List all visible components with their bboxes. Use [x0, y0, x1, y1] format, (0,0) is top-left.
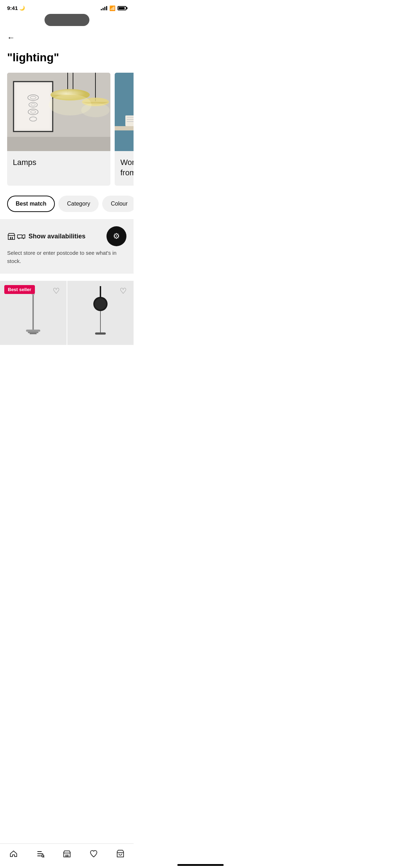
svg-rect-3: [16, 84, 50, 129]
wfh-card-image: [115, 73, 134, 151]
svg-rect-52: [28, 332, 38, 333]
lamps-card-image: [7, 73, 110, 151]
svg-point-55: [95, 298, 106, 310]
status-bar: 9:41 🌙 📶: [0, 0, 134, 14]
svg-rect-22: [115, 126, 134, 130]
filter-colour[interactable]: Colour: [102, 196, 134, 212]
availability-header: Show availabilities ⚙: [7, 226, 126, 246]
lamps-card-label: Lamps: [7, 151, 110, 176]
svg-rect-43: [10, 237, 11, 239]
product-grid: Best seller ♡ ♡: [0, 281, 134, 345]
back-arrow-icon: ←: [7, 33, 15, 42]
svg-rect-19: [115, 73, 134, 151]
filter-best-match[interactable]: Best match: [7, 196, 55, 212]
heart-icon-2: ♡: [120, 286, 127, 296]
category-card-lamps[interactable]: Lamps: [7, 73, 110, 186]
product-lamp-svg: [19, 286, 47, 340]
availability-title-row: Show availabilities: [7, 232, 85, 241]
svg-point-47: [18, 238, 20, 239]
heart-icon-1: ♡: [53, 286, 60, 296]
availability-section: Show availabilities ⚙ Select store or en…: [0, 219, 134, 274]
svg-rect-1: [7, 137, 110, 151]
svg-rect-42: [8, 236, 15, 239]
svg-rect-56: [100, 286, 101, 298]
product-badge-1: Best seller: [4, 285, 35, 294]
svg-point-48: [23, 238, 24, 239]
truck-icon: [17, 232, 26, 241]
search-title: "lighting": [0, 45, 134, 73]
back-button[interactable]: ←: [0, 29, 134, 45]
svg-rect-25: [127, 119, 134, 120]
svg-rect-24: [127, 117, 134, 118]
svg-rect-26: [127, 121, 134, 122]
dynamic-island: [45, 14, 89, 26]
svg-rect-50: [32, 295, 34, 331]
wfh-card-label: Workingfrom home: [115, 151, 134, 186]
svg-rect-53: [30, 333, 37, 334]
store-building-icon: [7, 232, 16, 241]
svg-point-18: [81, 103, 110, 117]
product-card-2[interactable]: ♡: [67, 281, 134, 345]
status-time: 9:41: [7, 5, 18, 11]
category-card-wfh[interactable]: Workingfrom home: [115, 73, 134, 186]
svg-rect-51: [26, 330, 40, 332]
availability-title: Show availabilities: [28, 233, 85, 240]
availability-icons: [7, 232, 26, 241]
settings-gear-icon: ⚙: [113, 232, 120, 241]
availability-description: Select store or enter postcode to see wh…: [7, 249, 126, 265]
wifi-icon: 📶: [109, 5, 115, 11]
wishlist-button-2[interactable]: ♡: [117, 285, 129, 297]
svg-rect-46: [17, 235, 22, 238]
battery-icon: [118, 6, 126, 10]
moon-icon: 🌙: [19, 5, 25, 11]
wfh-illustration: [115, 73, 134, 151]
product-lamp-2-svg: [86, 286, 115, 340]
svg-rect-44: [12, 237, 13, 239]
filter-category[interactable]: Category: [58, 196, 99, 212]
status-icons: 📶: [101, 5, 126, 11]
wishlist-button-1[interactable]: ♡: [50, 285, 62, 297]
product-card-1[interactable]: Best seller ♡: [0, 281, 67, 345]
settings-button[interactable]: ⚙: [106, 226, 126, 246]
category-scroll: Lamps: [0, 73, 134, 186]
signal-icon: [101, 6, 107, 10]
svg-rect-58: [95, 332, 106, 335]
filter-pills: Best match Category Colour: [0, 196, 134, 212]
lamps-illustration: [7, 73, 110, 151]
